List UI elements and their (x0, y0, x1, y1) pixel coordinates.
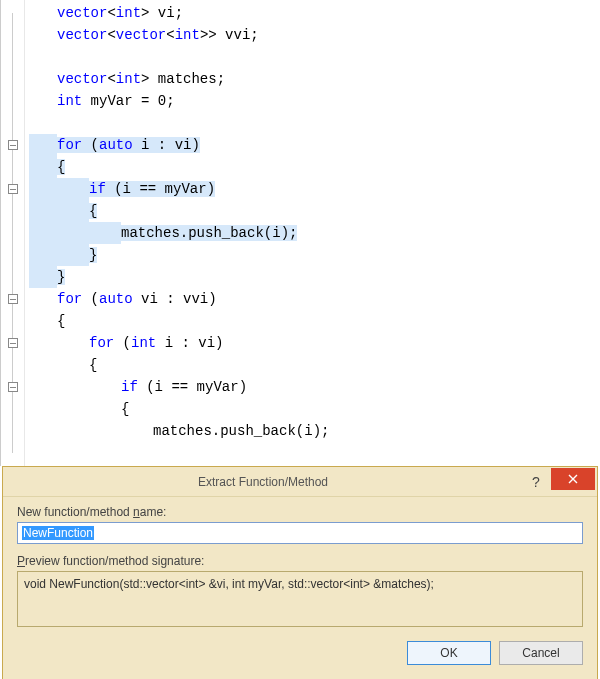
code-line: matches.push_back(i); (29, 420, 600, 442)
code-area[interactable]: vector<int> vi; vector<vector<int>> vvi;… (25, 0, 600, 466)
code-line (29, 46, 600, 68)
code-line: if (i == myVar) (29, 376, 600, 398)
code-line: } (29, 266, 600, 288)
outline-gutter (1, 0, 25, 466)
preview-label: Preview function/method signature: (17, 554, 583, 568)
code-line (29, 442, 600, 464)
close-button[interactable] (551, 468, 595, 490)
fold-icon[interactable] (8, 184, 18, 194)
dialog-title: Extract Function/Method (3, 475, 523, 489)
fold-icon[interactable] (8, 338, 18, 348)
signature-preview: void NewFunction(std::vector<int> &vi, i… (17, 571, 583, 627)
cancel-button[interactable]: Cancel (499, 641, 583, 665)
dialog-titlebar[interactable]: Extract Function/Method ? (3, 467, 597, 497)
code-line: int myVar = 0; (29, 90, 600, 112)
code-line: { (29, 398, 600, 420)
code-line (29, 112, 600, 134)
fold-icon[interactable] (8, 382, 18, 392)
name-label: New function/method name: (17, 505, 583, 519)
help-button[interactable]: ? (523, 471, 549, 493)
code-line: } (29, 244, 600, 266)
code-line: for (auto vi : vvi) (29, 288, 600, 310)
dialog-buttons: OK Cancel (17, 641, 583, 665)
code-line: for (auto i : vi) (29, 134, 600, 156)
dialog-body: New function/method name: NewFunction Pr… (3, 497, 597, 679)
extract-function-dialog: Extract Function/Method ? New function/m… (2, 466, 598, 679)
code-line: { (29, 354, 600, 376)
code-line: if (i == myVar) (29, 178, 600, 200)
code-line: vector<int> matches; (29, 68, 600, 90)
fold-icon[interactable] (8, 294, 18, 304)
code-editor[interactable]: vector<int> vi; vector<vector<int>> vvi;… (0, 0, 600, 466)
close-icon (568, 474, 578, 484)
code-line: { (29, 200, 600, 222)
ok-button[interactable]: OK (407, 641, 491, 665)
code-line: vector<vector<int>> vvi; (29, 24, 600, 46)
function-name-input[interactable]: NewFunction (17, 522, 583, 544)
code-line: matches.push_back(i); (29, 222, 600, 244)
code-line: { (29, 156, 600, 178)
fold-icon[interactable] (8, 140, 18, 150)
code-line: { (29, 310, 600, 332)
code-line: vector<int> vi; (29, 2, 600, 24)
code-line: for (int i : vi) (29, 332, 600, 354)
